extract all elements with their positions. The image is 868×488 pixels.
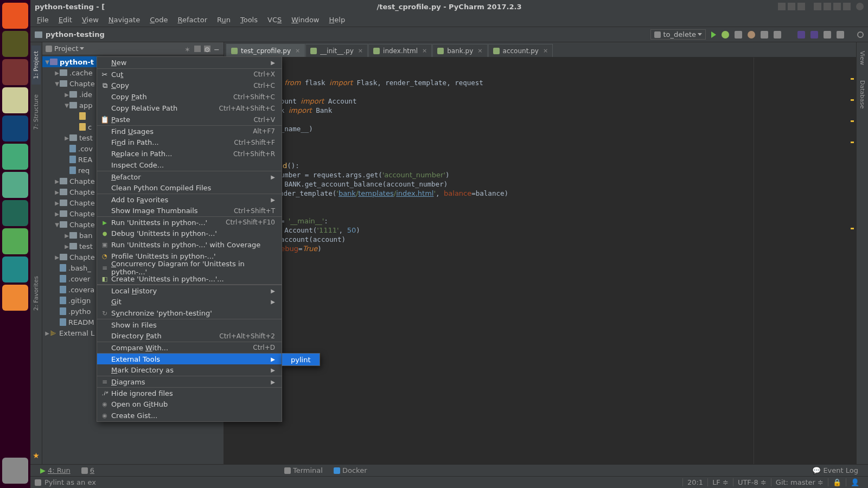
launcher-app[interactable] — [2, 31, 28, 57]
launcher-app[interactable] — [2, 285, 28, 311]
editor-tab[interactable]: __init__.py× — [305, 44, 368, 57]
context-item[interactable]: 📋PasteCtrl+V — [97, 114, 282, 125]
context-item[interactable]: Concurrency Diagram for 'Unittests in py… — [97, 262, 282, 273]
close-icon[interactable]: × — [422, 47, 427, 54]
context-item[interactable]: Run 'Unittests in python-...'Ctrl+Shift+… — [97, 216, 282, 228]
menu-navigate[interactable]: Navigate — [104, 15, 144, 25]
close-icon[interactable]: × — [543, 47, 548, 54]
menu-window[interactable]: Window — [287, 15, 323, 25]
context-item[interactable]: Clean Python Compiled Files — [97, 182, 282, 194]
launcher-app[interactable] — [2, 115, 28, 142]
menu-vcs[interactable]: VCS — [263, 15, 286, 25]
context-item[interactable]: Mark Directory as▶ — [97, 364, 282, 376]
close-icon[interactable]: × — [477, 47, 482, 54]
context-item[interactable]: Show Image ThumbnailsCtrl+Shift+T — [97, 205, 282, 216]
tab-event-log[interactable]: 💬Event Log — [807, 466, 864, 474]
launcher-app[interactable] — [2, 200, 28, 226]
launcher-app[interactable] — [2, 228, 28, 254]
chevron-down-icon[interactable] — [80, 47, 84, 50]
context-item[interactable]: Synchronize 'python-testing' — [97, 307, 282, 319]
search-icon[interactable] — [857, 31, 864, 38]
menu-edit[interactable]: Edit — [54, 15, 76, 25]
editor-tab[interactable]: test_cprofile.py× — [226, 44, 305, 57]
inspector-icon[interactable]: 👤 — [846, 478, 864, 486]
gear-icon[interactable]: ⚙ — [204, 46, 210, 52]
launcher-app[interactable] — [2, 59, 28, 85]
context-item[interactable]: Create 'Unittests in python-...'... — [97, 273, 282, 285]
menu-tools[interactable]: Tools — [236, 15, 262, 25]
context-item[interactable]: External Tools▶pylint — [97, 353, 282, 364]
trash-icon[interactable] — [2, 458, 28, 484]
context-item[interactable]: Debug 'Unittests in python-...' — [97, 228, 282, 239]
toolbar-icon[interactable] — [774, 31, 781, 38]
context-item[interactable]: Find in Path...Ctrl+Shift+F — [97, 137, 282, 148]
ubuntu-logo-icon[interactable] — [2, 3, 28, 29]
context-item[interactable]: Copy PathCtrl+Shift+C — [97, 91, 282, 102]
submenu-item-pylint[interactable]: pylint — [282, 354, 320, 365]
run-icon[interactable] — [711, 31, 716, 38]
tab-favorites[interactable]: 2: Favorites — [31, 271, 41, 316]
git-branch[interactable]: Git: master ≑ — [771, 478, 828, 486]
window-button[interactable] — [843, 3, 851, 10]
context-item[interactable]: ⧉CopyCtrl+C — [97, 80, 282, 91]
menu-view[interactable]: View — [78, 15, 103, 25]
menu-refactor[interactable]: Refactor — [173, 15, 212, 25]
context-item[interactable]: Refactor▶ — [97, 171, 282, 182]
vcs-history-icon[interactable] — [824, 31, 831, 38]
tab-docker[interactable]: Docker — [328, 466, 373, 474]
debug-icon[interactable] — [722, 31, 729, 38]
stop-icon[interactable] — [761, 31, 768, 38]
launcher-app[interactable] — [2, 87, 28, 113]
launcher-app[interactable] — [2, 256, 28, 282]
window-button[interactable] — [797, 3, 805, 10]
close-icon[interactable]: × — [295, 47, 300, 54]
window-button[interactable] — [778, 3, 786, 10]
collapse-icon[interactable] — [194, 46, 201, 52]
window-button[interactable] — [814, 3, 821, 10]
vcs-update-icon[interactable] — [797, 31, 805, 38]
context-item[interactable]: New▶ — [97, 57, 282, 68]
profile-icon[interactable] — [748, 31, 755, 38]
tab-database[interactable]: Database — [858, 75, 867, 114]
tab-project[interactable]: 1: Project — [31, 46, 41, 85]
hide-icon[interactable]: − — [214, 46, 220, 52]
context-item[interactable]: Directory PathCtrl+Alt+Shift+2 — [97, 330, 282, 342]
context-item[interactable]: Local History▶ — [97, 285, 282, 296]
line-separator[interactable]: LF ≑ — [707, 478, 733, 486]
tab-run-bottom[interactable]: ▶4: Run — [35, 466, 76, 474]
context-item[interactable]: Create Gist... — [97, 410, 282, 421]
context-item[interactable]: Show in Files — [97, 319, 282, 330]
breadcrumb[interactable]: python-testing — [46, 30, 105, 38]
window-button[interactable] — [824, 3, 831, 10]
vcs-commit-icon[interactable] — [810, 31, 818, 38]
window-button[interactable] — [788, 3, 795, 10]
context-item[interactable]: .i*Hide ignored files — [97, 387, 282, 399]
context-item[interactable]: Add to Favorites▶ — [97, 194, 282, 205]
context-item[interactable]: Diagrams▶ — [97, 376, 282, 387]
context-item[interactable]: Git▶ — [97, 296, 282, 307]
editor-tab[interactable]: bank.py× — [432, 44, 487, 57]
context-item[interactable]: Find UsagesAlt+F7 — [97, 125, 282, 137]
cursor-position[interactable]: 20:1 — [682, 478, 707, 486]
context-item[interactable]: Replace in Path...Ctrl+Shift+R — [97, 148, 282, 159]
tab-structure[interactable]: 7: Structure — [31, 89, 41, 135]
menu-file[interactable]: File — [33, 15, 53, 25]
menu-help[interactable]: Help — [325, 15, 350, 25]
launcher-app[interactable] — [2, 144, 28, 170]
lock-icon[interactable]: 🔒 — [828, 478, 846, 486]
status-icon[interactable] — [35, 479, 41, 486]
run-config-selector[interactable]: to_delete — [650, 29, 706, 40]
code-editor[interactable]: from flask import Flask, render_template… — [224, 57, 856, 464]
context-item[interactable]: ✂CutCtrl+X — [97, 68, 282, 80]
editor-tab[interactable]: index.html× — [368, 44, 432, 57]
coverage-icon[interactable] — [735, 31, 742, 38]
editor-tab[interactable]: account.py× — [488, 44, 553, 57]
context-item[interactable]: Compare With...Ctrl+D — [97, 342, 282, 353]
menu-code[interactable]: Code — [145, 15, 172, 25]
context-item[interactable]: Inspect Code... — [97, 159, 282, 171]
tab-todo[interactable]: 6 — [76, 466, 100, 474]
context-item[interactable]: Copy Relative PathCtrl+Alt+Shift+C — [97, 102, 282, 114]
gear-icon[interactable] — [856, 3, 864, 10]
scroll-target-icon[interactable]: ✶ — [184, 46, 191, 52]
window-button[interactable] — [833, 3, 841, 10]
